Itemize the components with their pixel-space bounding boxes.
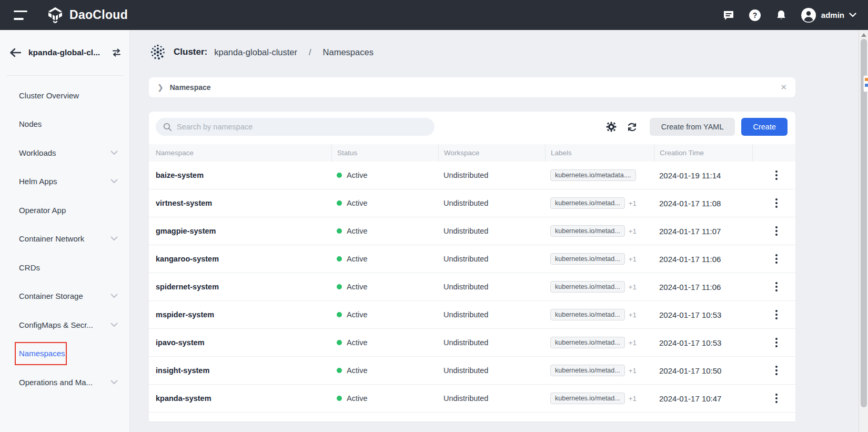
kebab-menu-icon[interactable] [773,168,780,182]
kebab-menu-icon[interactable] [773,280,780,294]
search-box[interactable] [156,118,435,136]
sidebar-cluster-name: kpanda-global-cl... [28,48,111,57]
table-row[interactable]: baize-system Active Undistributed kubern… [149,162,795,189]
search-input[interactable] [177,123,427,131]
extra-labels-count[interactable]: +1 [629,395,637,403]
sidebar-item[interactable]: ConfigMaps & Secr... [0,310,129,339]
label-chip[interactable]: kubernetes.io/metad... [550,337,625,348]
labels-cell: kubernetes.io/metad... +1 [545,245,654,273]
scrollbar-up-arrow-icon[interactable] [861,33,866,37]
namespace-name[interactable]: gmagpie-system [149,217,331,245]
extra-labels-count[interactable]: +1 [629,199,637,207]
user-menu[interactable]: admin [801,7,856,23]
label-chip[interactable]: kubernetes.io/metad... [550,225,625,237]
label-chip[interactable]: kubernetes.io/metad... [550,281,625,293]
namespace-name[interactable]: virtnest-system [149,189,331,217]
column-header-workspace[interactable]: Workspace [438,144,545,162]
column-header-labels[interactable]: Labels [545,144,654,162]
table-row[interactable]: ipavo-system Active Undistributed kubern… [149,329,795,357]
brand-logo[interactable]: DaoCloud [46,6,128,24]
label-chip[interactable]: kubernetes.io/metad... [550,365,625,376]
extra-labels-count[interactable]: +1 [629,367,637,375]
scrollbar-thumb[interactable] [861,39,867,407]
kebab-menu-icon[interactable] [773,336,780,349]
column-header-namespace[interactable]: Namespace [149,144,331,162]
kebab-menu-icon[interactable] [773,308,780,322]
column-header-creation-time[interactable]: Creation Time [654,144,752,162]
chevron-right-icon[interactable]: ❯ [157,83,164,92]
daocloud-cube-icon [46,6,64,24]
extra-labels-count[interactable]: +1 [629,339,637,347]
sidebar-item[interactable]: Operator App [0,196,129,225]
label-chip[interactable]: kubernetes.io/metad... [550,393,625,404]
kebab-menu-icon[interactable] [773,364,780,377]
namespace-name[interactable]: mspider-system [149,301,331,328]
extra-labels-count[interactable]: +1 [629,227,637,235]
create-button[interactable]: Create [741,118,788,136]
sidebar-item[interactable]: Nodes [0,110,129,139]
bell-icon[interactable] [774,8,788,22]
table-row[interactable]: kpanda-system Active Undistributed kuber… [149,385,795,413]
docked-widget-fragment[interactable] [863,75,868,92]
sidebar-item[interactable]: Helm Apps [0,167,129,196]
sidebar-item[interactable]: Container Network [0,225,129,254]
chevron-down-icon [110,236,118,241]
label-chip[interactable]: kubernetes.io/metad... [550,309,625,320]
menu-icon[interactable] [14,11,27,20]
table-row[interactable]: spidernet-system Active Undistributed ku… [149,273,795,301]
status-label: Active [347,310,368,319]
kebab-menu-icon[interactable] [773,196,780,210]
table-row[interactable]: mspider-system Active Undistributed kube… [149,301,795,329]
sidebar-item[interactable]: Cluster Overview [0,81,129,110]
close-icon[interactable]: ✕ [780,83,787,92]
switch-cluster-icon[interactable] [111,48,122,57]
gear-icon[interactable] [605,121,617,133]
namespace-name[interactable]: baize-system [149,162,331,189]
table-row[interactable]: virtnest-system Active Undistributed kub… [149,189,795,217]
namespace-name[interactable]: kpanda-system [149,385,331,412]
status-cell: Active [331,245,438,273]
creation-time-cell: 2024-01-17 10:47 [654,385,752,412]
chat-icon[interactable] [722,8,735,22]
refresh-icon[interactable] [627,121,638,133]
label-chip[interactable]: kubernetes.io/metadata.... [550,169,636,181]
kebab-menu-icon[interactable] [773,252,780,266]
sidebar-item[interactable]: Container Storage [0,282,129,311]
status-cell: Active [331,162,438,189]
breadcrumb-cluster-name[interactable]: kpanda-global-cluster [214,47,297,57]
table-body: baize-system Active Undistributed kubern… [149,162,795,413]
namespace-name[interactable]: ipavo-system [149,329,331,356]
sidebar-item[interactable]: CRDs [0,253,129,282]
namespace-name[interactable]: kangaroo-system [149,245,331,273]
column-header-status[interactable]: Status [331,144,438,162]
table-row[interactable]: kangaroo-system Active Undistributed kub… [149,245,795,273]
labels-cell: kubernetes.io/metad... +1 [545,357,654,384]
labels-cell: kubernetes.io/metad... +1 [545,189,654,217]
kebab-menu-icon[interactable] [773,224,780,238]
sidebar-nav: Cluster Overview Nodes Workloads Helm Ap… [0,76,129,397]
label-chip[interactable]: kubernetes.io/metad... [550,253,625,265]
namespace-name[interactable]: spidernet-system [149,273,331,300]
extra-labels-count[interactable]: +1 [629,283,637,291]
kebab-menu-icon[interactable] [773,391,780,405]
help-icon[interactable]: ? [748,8,762,22]
status-cell: Active [331,385,438,412]
namespace-name[interactable]: insight-system [149,357,331,384]
table-row[interactable]: insight-system Active Undistributed kube… [149,357,795,385]
avatar [801,7,816,23]
create-from-yaml-button[interactable]: Create from YAML [650,118,735,136]
label-chip[interactable]: kubernetes.io/metad... [550,197,625,209]
sidebar-item[interactable]: Workloads [0,138,129,167]
labels-cell: kubernetes.io/metadata.... [545,162,654,189]
extra-labels-count[interactable]: +1 [629,255,637,263]
workspace-cell: Undistributed [438,385,545,412]
sidebar-item[interactable]: Operations and Ma... [0,368,129,397]
chevron-down-icon [110,323,118,327]
status-cell: Active [331,217,438,245]
sidebar-item[interactable]: Namespaces [0,339,129,368]
table-row[interactable]: gmagpie-system Active Undistributed kube… [149,217,795,245]
table-header: Namespace Status Workspace Labels Creati… [149,144,795,162]
status-label: Active [347,171,368,179]
extra-labels-count[interactable]: +1 [629,311,637,319]
back-icon[interactable] [9,48,21,57]
